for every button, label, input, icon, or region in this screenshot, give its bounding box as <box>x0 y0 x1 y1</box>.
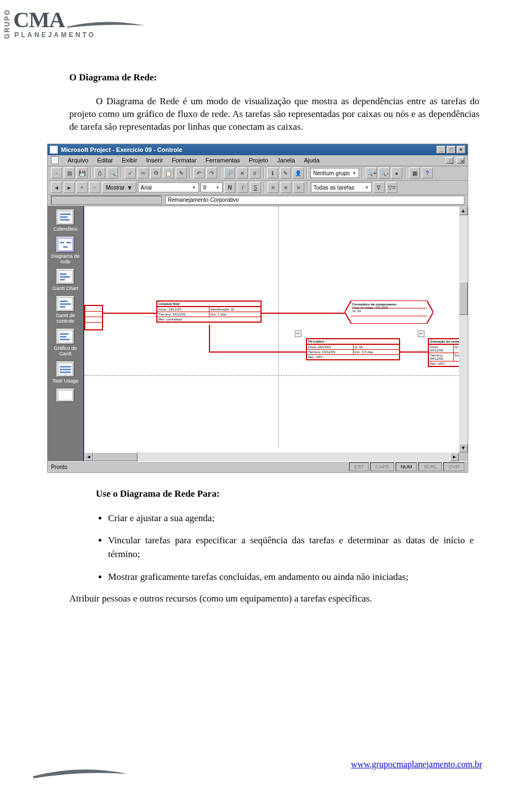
unlink-button[interactable]: ✕ <box>237 167 248 179</box>
align-right-button[interactable]: ≡ <box>293 182 304 193</box>
gantt-chart-icon <box>57 269 74 284</box>
bold-button[interactable]: N <box>224 182 236 193</box>
view-task-usage[interactable]: Task Usage <box>50 361 81 388</box>
menu-ferramentas[interactable]: Ferramentas <box>202 156 243 165</box>
nav-up-button[interactable]: ＋ <box>76 182 88 193</box>
network-canvas[interactable]: … Limpeza final Início: 13/11/03Identifi… <box>83 206 468 461</box>
assign-button[interactable]: 👤 <box>293 167 304 179</box>
more-views-icon <box>57 389 74 402</box>
nav-down-button[interactable]: － <box>89 182 100 193</box>
copy-pic-button[interactable]: ▦ <box>409 167 420 179</box>
footer-swoosh-icon <box>33 767 127 779</box>
workspace: Calendário Diagrama de rede Gantt Chart … <box>48 206 468 461</box>
view-gantt-chart[interactable]: Gantt Chart <box>50 269 81 295</box>
view-network-diagram[interactable]: Diagrama de rede <box>50 237 81 268</box>
redo-button[interactable]: ↷ <box>206 167 217 179</box>
save-button[interactable]: 💾 <box>76 167 88 179</box>
footer-url[interactable]: www.grupocmaplanejamento.com.br <box>351 759 482 769</box>
paste-button[interactable]: 📋 <box>163 167 174 179</box>
notes-button[interactable]: ✎ <box>280 167 291 179</box>
open-button[interactable]: ▤ <box>64 167 75 179</box>
menu-arquivo[interactable]: Arquivo <box>64 156 91 165</box>
menu-ajuda[interactable]: Ajuda <box>300 156 323 165</box>
view-calendar[interactable]: Calendário <box>50 210 81 236</box>
menu-exibir[interactable]: Exibir <box>119 156 141 165</box>
entry-cell-ref <box>51 196 162 205</box>
menu-inserir[interactable]: Inserir <box>143 156 167 165</box>
copy-button[interactable]: ⧉ <box>150 167 161 179</box>
scroll-right-icon[interactable]: ► <box>450 452 459 461</box>
menu-formatar[interactable]: Formatar <box>168 156 200 165</box>
maximize-button[interactable]: □ <box>447 146 456 154</box>
collapse-toggle-1[interactable]: − <box>295 330 301 337</box>
print-button[interactable]: ⎙ <box>94 167 105 179</box>
horizontal-scrollbar[interactable]: ◄ ► <box>84 452 459 461</box>
new-button[interactable]: ▫ <box>51 167 62 179</box>
mdi-restore-button[interactable]: □ <box>446 157 453 164</box>
node-limpeza[interactable]: Limpeza final Início: 13/11/03Identifica… <box>156 300 262 323</box>
spell-button[interactable]: ✓ <box>125 167 136 179</box>
page-break-v <box>278 206 279 448</box>
document-body: O Diagrama de Rede: O Diagrama de Rede é… <box>69 72 479 609</box>
menu-projeto[interactable]: Projeto <box>245 156 272 165</box>
doc-icon <box>51 156 59 164</box>
underline-button[interactable]: S <box>250 182 261 193</box>
status-text: Pronto <box>51 464 67 470</box>
link-4 <box>400 351 428 353</box>
status-ovr: OVR <box>443 462 464 471</box>
status-scrl: SCRL <box>418 462 442 471</box>
nav-fwd-button[interactable]: ► <box>64 182 75 193</box>
cut-button[interactable]: ✂ <box>137 167 149 179</box>
help-button[interactable]: ? <box>422 167 433 179</box>
format-painter-button[interactable]: ✎ <box>176 167 187 179</box>
node-partial-left[interactable]: … <box>84 305 103 330</box>
show-dropdown[interactable]: Mostrar▼ <box>102 182 136 193</box>
menu-editar[interactable]: Editar <box>94 156 116 165</box>
menu-janela[interactable]: Janela <box>274 156 298 165</box>
page-break-h <box>84 375 459 376</box>
tracking-gantt-icon <box>57 296 74 312</box>
font-name-combo[interactable]: Arial▼ <box>138 182 199 192</box>
bullet-2: Vincular tarefas para especificar a seqü… <box>108 534 479 561</box>
font-size-combo[interactable]: 8▼ <box>201 182 223 192</box>
zoom-in-button[interactable]: 🔍+ <box>366 167 377 179</box>
filter-funnel-button[interactable]: ∇ <box>374 182 385 193</box>
view-more[interactable] <box>50 389 81 407</box>
link-3v <box>209 325 210 353</box>
group-filter-combo[interactable]: Nenhum grupo▼ <box>310 168 359 178</box>
scroll-down-icon[interactable]: ▼ <box>459 444 468 452</box>
split-button[interactable]: ≡ <box>249 167 260 179</box>
status-caps: CAPS <box>370 462 394 471</box>
info-button[interactable]: ℹ <box>267 167 278 179</box>
calendar-icon <box>57 210 74 225</box>
close-button[interactable]: × <box>457 146 466 154</box>
align-center-button[interactable]: ≡ <box>280 182 291 193</box>
zoom-out-button[interactable]: 🔍- <box>378 167 390 179</box>
bullet-3: Mostrar graficamente tarefas concluídas,… <box>108 570 479 584</box>
view-gantt-graph[interactable]: Gráfico de Gantt <box>50 329 81 360</box>
entry-field[interactable]: Remanejamento Corporativo <box>165 196 464 205</box>
scroll-up-icon[interactable]: ▲ <box>459 206 468 215</box>
preview-button[interactable]: 🔍 <box>107 167 118 179</box>
mdi-close-button[interactable]: × <box>457 157 464 164</box>
node-milestone[interactable]: Formulário de cumprimento Data de etapa:… <box>345 300 433 324</box>
task-filter-combo[interactable]: Todas as tarefas▼ <box>311 182 372 192</box>
italic-button[interactable]: I <box>237 182 248 193</box>
node-pit-trailers[interactable]: Pit trailers Início: 03/12/03Id: 34 Térm… <box>306 338 400 360</box>
undo-button[interactable]: ↶ <box>193 167 204 179</box>
app-icon <box>50 146 58 154</box>
minimize-button[interactable]: _ <box>437 146 446 154</box>
autofilter-button[interactable]: ▽= <box>386 182 397 193</box>
link-button[interactable]: 🔗 <box>224 167 235 179</box>
logo-cma-text: CMA <box>13 9 65 31</box>
view-tracking-gantt[interactable]: Gantt de controle <box>50 296 81 328</box>
entry-bar: Remanejamento Corporativo <box>48 195 468 206</box>
paragraph-final: Atribuir pessoas e outros recursos (como… <box>69 593 479 605</box>
vertical-scrollbar[interactable]: ▲ ▼ <box>459 206 468 452</box>
goto-button[interactable]: ▸ <box>391 167 402 179</box>
scroll-left-icon[interactable]: ◄ <box>84 452 93 461</box>
collapse-toggle-2[interactable]: − <box>418 330 424 337</box>
nav-back-button[interactable]: ◄ <box>51 182 62 193</box>
window-title: Microsoft Project - Exercício 09 - Contr… <box>61 146 182 153</box>
align-left-button[interactable]: ≡ <box>268 182 279 193</box>
